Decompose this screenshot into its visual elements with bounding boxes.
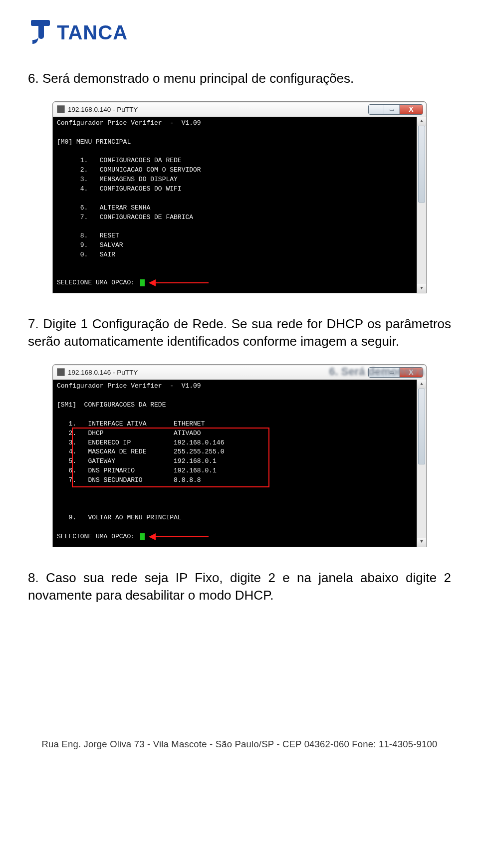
red-arrow-icon: [149, 535, 209, 539]
close-button[interactable]: X: [399, 105, 423, 114]
menu-item: 2. COMUNICACAO COM O SERVIDOR: [57, 166, 412, 175]
window-buttons: — ▭ X: [368, 104, 423, 115]
window-buttons: — ▭ X: [368, 367, 423, 378]
prompt-line: SELECIONE UMA OPCAO:: [57, 532, 412, 542]
menu-item: 8. RESET: [57, 231, 412, 241]
menu-item: [57, 222, 412, 231]
putty-window-2: 6. Será demonstra 192.168.0.146 - PuTTY …: [52, 364, 427, 547]
menu-item: [57, 194, 412, 204]
scrollbar[interactable]: ▲ ▼: [417, 117, 426, 293]
terminal-header: Configurador Price Verifier - V1.09: [57, 119, 412, 128]
red-highlight-box: [72, 428, 269, 487]
minimize-button[interactable]: —: [369, 368, 384, 377]
page-footer: Rua Eng. Jorge Oliva 73 - Vila Mascote -…: [28, 739, 451, 750]
putty-app-icon: [57, 105, 65, 113]
minimize-button[interactable]: —: [369, 105, 384, 114]
window-titlebar[interactable]: 192.168.0.140 - PuTTY — ▭ X: [52, 101, 427, 117]
putty-app-icon: [57, 368, 65, 376]
cursor-icon: [140, 533, 145, 540]
brand-name: TANCA: [57, 21, 128, 44]
menu-item: 0. SAIR: [57, 250, 412, 260]
cursor-icon: [140, 279, 145, 286]
window-titlebar[interactable]: 192.168.0.146 - PuTTY — ▭ X: [52, 364, 427, 380]
window-title: 192.168.0.140 - PuTTY: [68, 106, 368, 113]
maximize-button[interactable]: ▭: [384, 368, 399, 377]
back-option: 9. VOLTAR AO MENU PRINCIPAL: [57, 513, 412, 523]
scroll-down-icon[interactable]: ▼: [417, 284, 426, 293]
menu-item: 9. SALVAR: [57, 241, 412, 250]
close-button[interactable]: X: [399, 368, 423, 377]
scroll-down-icon[interactable]: ▼: [417, 538, 426, 547]
scroll-thumb[interactable]: [418, 389, 425, 464]
paragraph-step-8: 8. Caso sua rede seja IP Fixo, digite 2 …: [28, 569, 451, 604]
red-arrow-icon: [149, 281, 209, 285]
menu-title: [M0] MENU PRINCIPAL: [57, 138, 412, 147]
brand-mark-icon: [28, 17, 53, 48]
paragraph-step-6: 6. Será demonstrado o menu principal de …: [28, 70, 451, 87]
terminal-pane[interactable]: Configurador Price Verifier - V1.09 [M0]…: [52, 117, 427, 293]
menu-item: 6. ALTERAR SENHA: [57, 204, 412, 213]
maximize-button[interactable]: ▭: [384, 105, 399, 114]
scroll-thumb[interactable]: [418, 126, 425, 203]
scroll-up-icon[interactable]: ▲: [417, 380, 426, 389]
scrollbar[interactable]: ▲ ▼: [417, 380, 426, 546]
scroll-up-icon[interactable]: ▲: [417, 117, 426, 126]
menu-item: 7. CONFIGURACOES DE FABRICA: [57, 213, 412, 222]
menu-item: 3. MENSAGENS DO DISPLAY: [57, 175, 412, 185]
window-title: 192.168.0.146 - PuTTY: [68, 369, 368, 376]
brand-logo: TANCA: [28, 17, 451, 48]
prompt-line: SELECIONE UMA OPCAO:: [57, 278, 412, 288]
terminal-header: Configurador Price Verifier - V1.09: [57, 382, 412, 391]
putty-window-1: 192.168.0.140 - PuTTY — ▭ X Configurador…: [52, 101, 427, 293]
menu-item: 4. CONFIGURACOES DO WIFI: [57, 185, 412, 194]
terminal-pane[interactable]: Configurador Price Verifier - V1.09 [SM1…: [52, 380, 427, 547]
menu-item: 1. CONFIGURACOES DA REDE: [57, 156, 412, 166]
submenu-title: [SM1] CONFIGURACOES DA REDE: [57, 401, 412, 410]
svg-rect-1: [38, 20, 44, 39]
paragraph-step-7: 7. Digite 1 Configuração de Rede. Se sua…: [28, 315, 451, 350]
